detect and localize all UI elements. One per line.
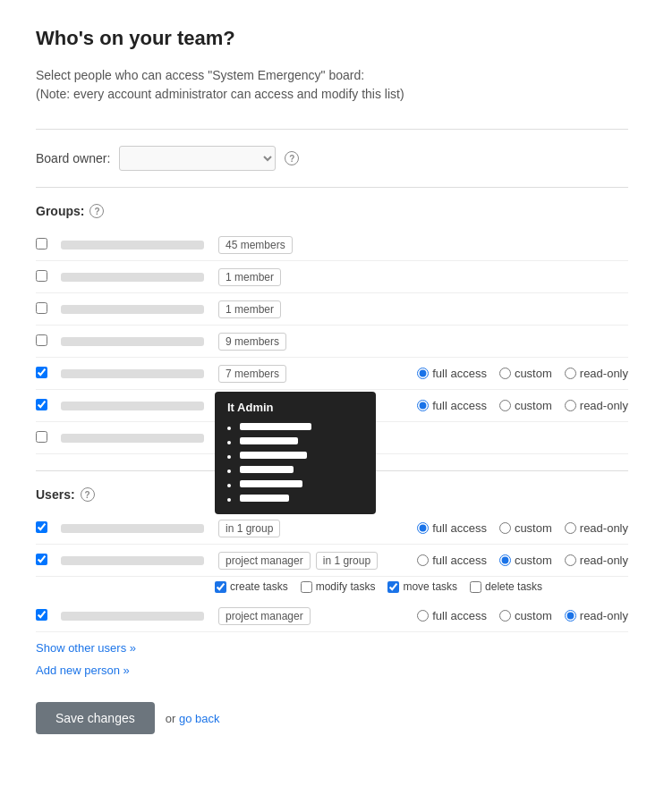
read-only-label[interactable]: read-only <box>565 521 628 535</box>
user-name-placeholder <box>61 524 204 533</box>
user-checkbox-col <box>36 609 57 623</box>
read-only-radio[interactable] <box>565 554 576 566</box>
full-access-label[interactable]: full access <box>417 367 487 380</box>
group-member-count: 1 member <box>218 268 281 286</box>
user-access-options: full access custom read-only <box>417 554 628 567</box>
user-role-badge: project manager <box>218 552 311 570</box>
user-name-placeholder <box>61 612 204 621</box>
custom-label[interactable]: custom <box>499 399 552 412</box>
add-new-person-link[interactable]: Add new person » <box>36 664 628 677</box>
group-name-placeholder <box>61 241 204 250</box>
user-access-options: full access custom read-only <box>417 609 628 622</box>
group-row: 1 member <box>36 293 628 326</box>
custom-label[interactable]: custom <box>499 609 552 622</box>
custom-label[interactable]: custom <box>499 367 552 380</box>
group-checkbox[interactable] <box>36 334 47 346</box>
read-only-radio[interactable] <box>565 400 576 411</box>
user-row-main: project manager in 1 group full access c… <box>36 545 628 577</box>
task-permissions-row: create tasks modify tasks move tasks del… <box>215 577 628 600</box>
user-role-badge: project manager <box>218 607 311 625</box>
full-access-label[interactable]: full access <box>417 521 487 535</box>
group-row: 7 members full access custom read-only <box>36 358 628 390</box>
board-owner-select[interactable] <box>119 146 276 171</box>
read-only-radio[interactable] <box>565 522 576 534</box>
group-checkbox[interactable] <box>36 399 47 410</box>
user-checkbox[interactable] <box>36 609 47 621</box>
group-member-count: 9 members <box>218 333 286 351</box>
group-checkbox[interactable] <box>36 367 47 378</box>
group-row: 45 members <box>36 229 628 261</box>
divider-groups-top <box>36 187 628 188</box>
save-row: Save changes or go back <box>36 702 628 734</box>
full-access-label[interactable]: full access <box>417 399 487 412</box>
read-only-label[interactable]: read-only <box>565 399 628 412</box>
custom-radio[interactable] <box>499 400 511 411</box>
group-access-options: full access custom read-only <box>417 367 628 380</box>
custom-radio[interactable] <box>499 522 511 534</box>
move-tasks-label[interactable]: move tasks <box>387 580 457 593</box>
group-access-options: full access custom read-only <box>417 399 628 412</box>
read-only-radio[interactable] <box>565 610 576 622</box>
delete-tasks-checkbox[interactable] <box>470 581 481 593</box>
group-checkbox[interactable] <box>36 270 47 282</box>
group-row: 1 member <box>36 261 628 293</box>
user-row: in 1 group full access custom read-only <box>36 512 628 545</box>
custom-label[interactable]: custom <box>499 554 552 567</box>
user-name-placeholder <box>61 556 204 565</box>
group-member-count: 7 members <box>218 365 286 383</box>
group-checkbox-col <box>36 399 57 413</box>
full-access-radio[interactable] <box>417 400 429 411</box>
move-tasks-checkbox[interactable] <box>387 581 399 593</box>
group-name-placeholder <box>61 337 204 346</box>
full-access-label[interactable]: full access <box>417 554 487 567</box>
group-checkbox-col <box>36 270 57 284</box>
group-name-placeholder <box>61 305 204 314</box>
groups-help-icon[interactable]: ? <box>89 204 104 218</box>
read-only-label[interactable]: read-only <box>565 554 628 567</box>
full-access-radio[interactable] <box>417 554 429 566</box>
modify-tasks-checkbox[interactable] <box>301 581 312 593</box>
read-only-label[interactable]: read-only <box>565 609 628 622</box>
full-access-radio[interactable] <box>417 368 429 379</box>
full-access-label[interactable]: full access <box>417 609 487 622</box>
group-name-placeholder <box>61 434 204 443</box>
delete-tasks-label[interactable]: delete tasks <box>470 580 542 593</box>
group-row: 9 members <box>36 326 628 358</box>
user-checkbox-col <box>36 521 57 536</box>
group-checkbox-col <box>36 334 57 349</box>
user-access-options: full access custom read-only <box>417 521 628 535</box>
group-checkbox[interactable] <box>36 431 47 443</box>
user-checkbox[interactable] <box>36 521 47 533</box>
board-owner-help-icon[interactable]: ? <box>285 151 299 165</box>
read-only-label[interactable]: read-only <box>565 367 628 380</box>
read-only-radio[interactable] <box>565 368 576 379</box>
custom-radio[interactable] <box>499 368 511 379</box>
board-owner-label: Board owner: <box>36 151 110 165</box>
user-row: project manager full access custom read-… <box>36 600 628 632</box>
group-checkbox[interactable] <box>36 238 47 250</box>
users-help-icon[interactable]: ? <box>81 487 95 502</box>
group-name-placeholder <box>61 273 204 282</box>
board-owner-row: Board owner: ? <box>36 146 628 171</box>
save-changes-button[interactable]: Save changes <box>36 702 155 734</box>
user-checkbox[interactable] <box>36 554 47 565</box>
group-checkbox-col <box>36 302 57 317</box>
or-go-back-text: or go back <box>166 712 220 725</box>
tooltip-title: It Admin <box>227 401 363 414</box>
custom-radio[interactable] <box>499 554 511 566</box>
full-access-radio[interactable] <box>417 522 429 534</box>
group-name-placeholder <box>61 369 204 378</box>
modify-tasks-label[interactable]: modify tasks <box>301 580 376 593</box>
users-list: in 1 group full access custom read-only … <box>36 512 628 632</box>
create-tasks-checkbox[interactable] <box>215 581 226 593</box>
go-back-link[interactable]: go back <box>179 712 220 725</box>
create-tasks-label[interactable]: create tasks <box>215 580 288 593</box>
group-checkbox-col <box>36 238 57 252</box>
custom-radio[interactable] <box>499 610 511 622</box>
user-group-badge: in 1 group <box>316 552 378 570</box>
group-checkbox[interactable] <box>36 302 47 314</box>
group-row <box>36 422 628 454</box>
full-access-radio[interactable] <box>417 610 429 622</box>
custom-label[interactable]: custom <box>499 521 552 535</box>
show-other-users-link[interactable]: Show other users » <box>36 641 628 655</box>
